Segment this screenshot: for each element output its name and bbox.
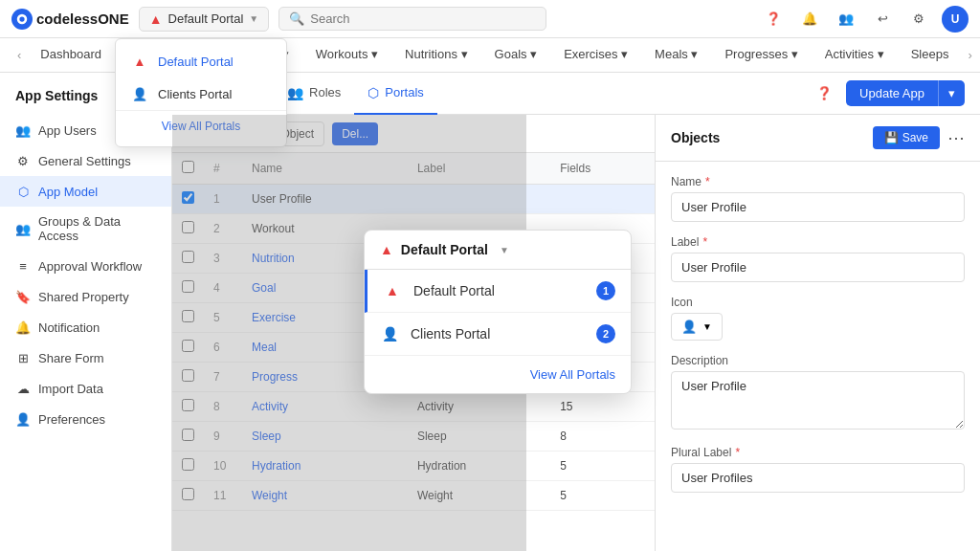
save-label: Save (902, 131, 928, 144)
description-textarea[interactable] (671, 371, 965, 430)
sidebar-item-shared-property[interactable]: 🔖 Shared Property (0, 281, 171, 312)
sec-nav-sleeps[interactable]: Sleeps (898, 38, 963, 73)
sec-nav-meals[interactable]: Meals ▾ (641, 38, 711, 73)
name-input[interactable] (671, 192, 965, 222)
table-row[interactable]: 1 User Profile (172, 185, 655, 214)
field-label: Label * (671, 235, 965, 282)
row-checkbox[interactable] (182, 340, 194, 352)
sidebar-item-groups-data[interactable]: 👥 Groups & Data Access (0, 207, 171, 251)
row-label (408, 185, 550, 214)
sidebar-item-app-model[interactable]: ⬡ App Model (0, 176, 171, 207)
right-panel-title: Objects (671, 130, 720, 145)
table-row[interactable]: 10 Hydration Hydration 5 (172, 452, 655, 481)
help-icon[interactable]: ❓ (760, 6, 787, 33)
row-name[interactable]: Hydration (242, 452, 408, 481)
field-plural-label: Plural Label * (671, 446, 965, 493)
row-name[interactable]: User Profile (242, 185, 408, 214)
col-name: Name (242, 153, 408, 185)
plural-label-label: Plural Label (671, 446, 731, 459)
sidebar-label-groups-data: Groups & Data Access (38, 214, 156, 243)
cube-icon: ⬡ (15, 184, 31, 199)
view-all-portals-link-top[interactable]: View All Portals (162, 120, 240, 133)
view-all-portals-link[interactable]: View All Portals (530, 367, 615, 382)
portal-option-clients[interactable]: 👤 Clients Portal (116, 77, 286, 110)
portal-icon-default: ▲ (131, 53, 148, 70)
save-button[interactable]: 💾 Save (873, 126, 940, 149)
row-checkbox[interactable] (182, 191, 194, 204)
pm-label-default: Default Portal (413, 283, 495, 298)
sec-nav-dashboard[interactable]: Dashboard (27, 38, 115, 73)
sidebar-item-import-data[interactable]: ☁ Import Data (0, 373, 171, 404)
pm-portal-clients[interactable]: 👤 Clients Portal 2 (365, 313, 631, 356)
row-num: 2 (204, 214, 242, 244)
brand-name: codelessONE (36, 11, 129, 27)
row-checkbox[interactable] (182, 251, 194, 263)
settings-icon[interactable]: ⚙ (905, 6, 932, 33)
sidebar-item-notification[interactable]: 🔔 Notification (0, 312, 171, 342)
sidebar-item-preferences[interactable]: 👤 Preferences (0, 404, 171, 434)
row-num: 7 (204, 363, 242, 392)
tab-portals[interactable]: ⬡ Portals (354, 73, 436, 115)
table-row[interactable]: 8 Activity Activity 15 (172, 392, 655, 422)
label-required: * (702, 235, 707, 249)
row-name[interactable]: Weight (242, 481, 408, 511)
portal-modal-title: Default Portal (401, 242, 488, 257)
update-app-label: Update App (846, 80, 938, 106)
sec-nav-exercises[interactable]: Exercises ▾ (550, 38, 641, 73)
sidebar-item-approval-workflow[interactable]: ≡ Approval Workflow (0, 251, 171, 281)
notification-icon[interactable]: 🔔 (796, 6, 823, 33)
sidebar-item-general-settings[interactable]: ⚙ General Settings (0, 145, 171, 176)
select-all-checkbox[interactable] (182, 161, 194, 173)
sec-nav-next[interactable]: › (962, 48, 977, 62)
team-icon[interactable]: 👥 (833, 6, 859, 33)
plural-label-input[interactable] (671, 463, 965, 493)
sidebar-label-shared-property: Shared Property (38, 290, 129, 304)
share-icon: ⊞ (15, 350, 31, 365)
delete-button[interactable]: Del... (332, 122, 378, 145)
row-checkbox[interactable] (182, 280, 194, 293)
label-label: Label (671, 235, 699, 249)
row-num: 3 (204, 244, 242, 274)
search-input[interactable] (310, 11, 536, 26)
row-checkbox[interactable] (182, 429, 194, 441)
row-checkbox[interactable] (182, 369, 194, 382)
row-checkbox[interactable] (182, 399, 194, 411)
bell-icon-sidebar: 🔔 (15, 320, 31, 335)
more-options-button[interactable]: ⋯ (947, 127, 965, 148)
sec-nav-activities[interactable]: Activities ▾ (812, 38, 898, 73)
row-fields: 15 (550, 392, 655, 422)
icon-selector[interactable]: 👤 ▼ (671, 313, 723, 341)
row-checkbox[interactable] (182, 221, 194, 233)
row-checkbox[interactable] (182, 488, 194, 500)
row-checkbox[interactable] (182, 310, 194, 322)
sec-nav-progresses[interactable]: Progresses ▾ (711, 38, 811, 73)
pm-badge-default: 1 (596, 281, 615, 300)
update-app-dropdown-arrow[interactable]: ▾ (938, 80, 965, 106)
sidebar-item-share-form[interactable]: ⊞ Share Form (0, 342, 171, 373)
history-icon[interactable]: ↩ (869, 6, 896, 33)
portal-modal-view-all[interactable]: View All Portals (365, 356, 631, 393)
row-name[interactable]: Sleep (242, 422, 408, 452)
view-all-portals-top[interactable]: View All Portals (116, 110, 286, 141)
table-row[interactable]: 9 Sleep Sleep 8 (172, 422, 655, 452)
row-num: 11 (204, 481, 242, 511)
portal-option-default[interactable]: ▲ Default Portal (116, 45, 286, 77)
update-app-button[interactable]: Update App ▾ (846, 80, 965, 106)
chevron-icon: ▼ (702, 321, 712, 332)
help-panel-icon[interactable]: ❓ (810, 79, 838, 108)
sidebar-label-app-model: App Model (38, 185, 98, 199)
row-name[interactable]: Activity (242, 392, 408, 422)
col-label: Label (408, 153, 550, 185)
pm-portal-default[interactable]: ▲ Default Portal 1 (365, 270, 631, 313)
row-checkbox[interactable] (182, 458, 194, 471)
label-input[interactable] (671, 253, 965, 282)
sec-nav-workouts[interactable]: Workouts ▾ (302, 38, 391, 73)
user-avatar[interactable]: U (942, 6, 969, 33)
sec-nav-prev[interactable]: ‹ (11, 48, 27, 62)
table-row[interactable]: 11 Weight Weight 5 (172, 481, 655, 511)
tab-label-roles: Roles (309, 85, 341, 99)
sec-nav-goals[interactable]: Goals ▾ (481, 38, 551, 73)
portal-selector[interactable]: ▲ Default Portal ▼ (139, 7, 270, 32)
sec-nav-nutritions[interactable]: Nutritions ▾ (391, 38, 481, 73)
row-label: Sleep (408, 422, 550, 452)
